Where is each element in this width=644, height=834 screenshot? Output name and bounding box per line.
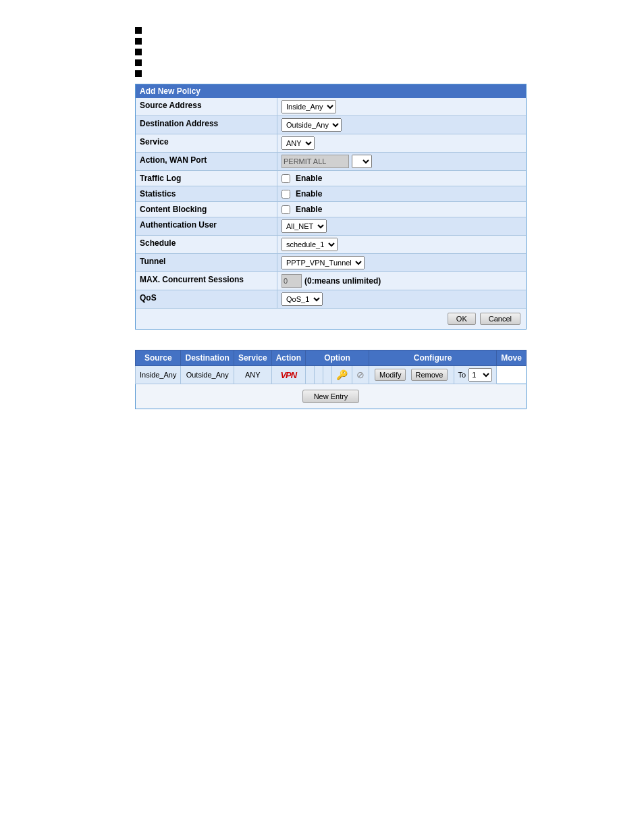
vpn-badge: VPN	[280, 370, 296, 380]
col-action: Action	[271, 350, 305, 366]
bullet-square-4	[135, 59, 142, 66]
bullet-item-2	[135, 38, 630, 45]
content-blocking-checkbox[interactable]	[281, 205, 290, 214]
content-blocking-value: Enable	[277, 202, 526, 217]
add-new-policy-form: Add New Policy Source Address Inside_Any…	[135, 84, 527, 330]
destination-address-row: Destination Address Outside_Any	[136, 116, 526, 134]
content-blocking-enable: Enable	[296, 205, 322, 214]
tunnel-label: Tunnel	[136, 254, 277, 271]
max-sessions-row: MAX. Concurrent Sessions (0:means unlimi…	[136, 272, 526, 290]
qos-row: QoS QoS_1	[136, 290, 526, 309]
bullet-square-2	[135, 38, 142, 45]
table-footer: New Entry	[135, 384, 527, 409]
destination-address-value: Outside_Any	[277, 116, 526, 134]
service-select[interactable]: ANY	[281, 136, 315, 150]
traffic-log-row: Traffic Log Enable	[136, 171, 526, 186]
schedule-label: Schedule	[136, 236, 277, 253]
qos-select[interactable]: QoS_1	[281, 292, 323, 306]
traffic-log-label: Traffic Log	[136, 171, 277, 186]
cancel-button[interactable]: Cancel	[480, 313, 520, 325]
traffic-log-enable: Enable	[296, 174, 322, 183]
statistics-label: Statistics	[136, 186, 277, 201]
bullet-square-5	[135, 70, 142, 77]
bullet-square-1	[135, 27, 142, 34]
qos-label: QoS	[136, 290, 277, 308]
bullet-item-5	[135, 70, 630, 77]
auth-user-label: Authentication User	[136, 217, 277, 235]
option-clock-icon: ⊘	[352, 366, 369, 384]
content-blocking-row: Content Blocking Enable	[136, 202, 526, 217]
bullet-item-4	[135, 59, 630, 66]
bullet-item-3	[135, 49, 630, 55]
option-lock-icon: 🔑	[331, 366, 352, 384]
service-value: ANY	[277, 134, 526, 152]
move-to-label: To	[458, 371, 466, 379]
action-wan-port-input	[281, 155, 349, 168]
remove-button[interactable]: Remove	[411, 369, 448, 381]
destination-address-select[interactable]: Outside_Any	[281, 118, 342, 132]
auth-user-row: Authentication User All_NET	[136, 217, 526, 236]
configure-modify: Modify Remove	[369, 366, 454, 384]
schedule-row: Schedule schedule_1	[136, 236, 526, 254]
max-sessions-note: (0:means unlimited)	[304, 276, 381, 286]
auth-user-value: All_NET	[277, 217, 526, 235]
policy-table-container: Source Destination Service Action Option…	[135, 350, 527, 409]
form-title: Add New Policy	[136, 84, 526, 98]
row-action: VPN	[271, 366, 305, 384]
col-source: Source	[136, 350, 181, 366]
action-wan-port-row: Action, WAN Port	[136, 153, 526, 171]
service-label: Service	[136, 134, 277, 152]
row-destination: Outside_Any	[181, 366, 234, 384]
statistics-checkbox[interactable]	[281, 190, 290, 199]
option-empty-3	[323, 366, 331, 384]
statistics-enable: Enable	[296, 189, 322, 199]
col-configure: Configure	[369, 350, 497, 366]
bullet-item-1	[135, 27, 630, 34]
max-sessions-value: (0:means unlimited)	[277, 272, 526, 290]
source-address-select[interactable]: Inside_Any	[281, 100, 336, 113]
schedule-select[interactable]: schedule_1	[281, 238, 338, 251]
option-empty-2	[314, 366, 323, 384]
auth-user-select[interactable]: All_NET	[281, 219, 327, 233]
modify-button[interactable]: Modify	[375, 369, 406, 381]
new-entry-button[interactable]: New Entry	[302, 390, 360, 403]
row-source: Inside_Any	[136, 366, 181, 384]
col-option: Option	[305, 350, 369, 366]
destination-address-label: Destination Address	[136, 116, 277, 134]
action-wan-port-label: Action, WAN Port	[136, 153, 277, 170]
max-sessions-input[interactable]	[281, 274, 302, 288]
source-address-row: Source Address Inside_Any	[136, 98, 526, 116]
schedule-value: schedule_1	[277, 236, 526, 253]
policy-table: Source Destination Service Action Option…	[135, 350, 527, 384]
statistics-row: Statistics Enable	[136, 186, 526, 202]
traffic-log-checkbox[interactable]	[281, 174, 290, 183]
service-row: Service ANY	[136, 134, 526, 153]
move-cell: To 1	[454, 366, 497, 384]
option-empty-1	[305, 366, 314, 384]
col-move: Move	[497, 350, 527, 366]
action-wan-port-select[interactable]	[352, 155, 372, 168]
row-service: ANY	[234, 366, 271, 384]
content-blocking-label: Content Blocking	[136, 202, 277, 217]
statistics-value: Enable	[277, 186, 526, 201]
source-address-label: Source Address	[136, 98, 277, 115]
move-select[interactable]: 1	[468, 368, 492, 382]
bullet-list	[135, 27, 630, 77]
table-row: Inside_Any Outside_Any ANY VPN 🔑 ⊘	[136, 366, 527, 384]
max-sessions-label: MAX. Concurrent Sessions	[136, 272, 277, 290]
source-address-value: Inside_Any	[277, 98, 526, 115]
tunnel-row: Tunnel PPTP_VPN_Tunnel	[136, 254, 526, 272]
action-wan-port-value	[277, 153, 526, 170]
ok-button[interactable]: OK	[448, 313, 476, 325]
form-buttons: OK Cancel	[136, 309, 526, 329]
traffic-log-value: Enable	[277, 171, 526, 186]
tunnel-select[interactable]: PPTP_VPN_Tunnel	[281, 256, 365, 269]
table-header-row: Source Destination Service Action Option…	[136, 350, 527, 366]
col-destination: Destination	[181, 350, 234, 366]
col-service: Service	[234, 350, 271, 366]
bullet-square-3	[135, 49, 142, 55]
qos-value: QoS_1	[277, 290, 526, 308]
tunnel-value: PPTP_VPN_Tunnel	[277, 254, 526, 271]
